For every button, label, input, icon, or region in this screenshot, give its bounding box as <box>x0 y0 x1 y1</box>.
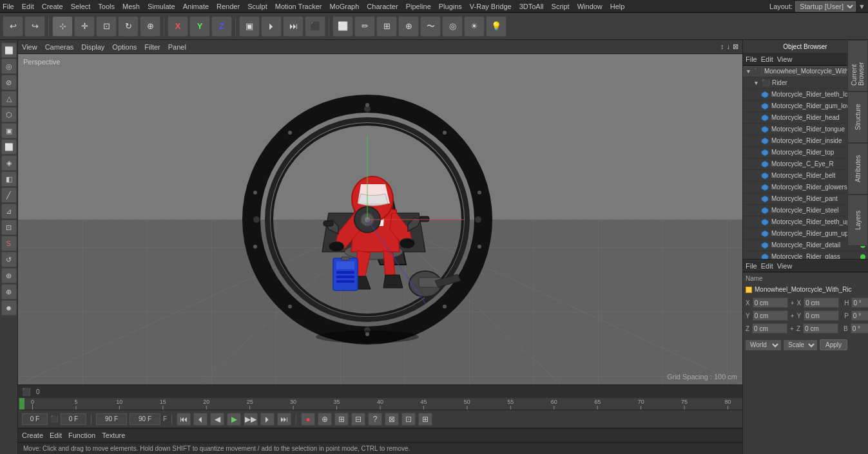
key-pos-btn[interactable]: ⊟ <box>351 413 365 426</box>
render-view-btn[interactable]: ⏵ <box>261 16 282 37</box>
scale-tool-btn[interactable]: ⊡ <box>96 16 117 37</box>
deformer-btn[interactable]: 〜 <box>420 16 441 37</box>
ob-menu-file[interactable]: File <box>746 55 757 63</box>
attr-menu-view[interactable]: View <box>777 262 793 270</box>
frame-input[interactable] <box>22 413 48 425</box>
auto-key-btn[interactable]: ⊕ <box>318 413 332 426</box>
left-tool-5[interactable]: ⬡ <box>1 107 17 122</box>
menu-window[interactable]: Window <box>577 3 603 10</box>
world-select[interactable]: World Object <box>746 340 781 350</box>
attr-menu-edit[interactable]: Edit <box>761 262 773 270</box>
move-tool-btn[interactable]: ✛ <box>74 16 95 37</box>
left-tool-7[interactable]: ⬜ <box>1 139 17 155</box>
left-tool-17[interactable]: ☻ <box>1 300 17 316</box>
render-region-btn[interactable]: ▣ <box>239 16 260 37</box>
camera-btn[interactable]: ◎ <box>442 16 463 37</box>
x-axis-btn[interactable]: X <box>168 16 188 37</box>
key-param-btn[interactable]: ⊡ <box>401 413 416 426</box>
attr-y-input[interactable] <box>753 310 788 321</box>
layout-select[interactable]: Startup [User] <box>795 1 856 12</box>
left-tool-15[interactable]: ⊛ <box>1 268 17 283</box>
menu-3dto-all[interactable]: 3DToAll <box>519 3 544 10</box>
mat-menu-create[interactable]: Create <box>22 431 43 439</box>
key-extra-btn[interactable]: ⊞ <box>418 413 432 426</box>
pen-tool-btn[interactable]: ✏ <box>354 16 375 37</box>
left-tool-8[interactable]: ◈ <box>1 155 17 171</box>
vp-ctrl-3[interactable]: ⊠ <box>733 43 738 51</box>
vp-tab-display[interactable]: Display <box>81 43 104 51</box>
viewport[interactable]: Perspective Grid Spacing : 100 cm <box>18 54 742 384</box>
menu-edit[interactable]: Edit <box>22 3 34 10</box>
menu-animate[interactable]: Animate <box>183 3 209 10</box>
vp-ctrl-2[interactable]: ↓ <box>727 43 731 51</box>
left-tool-9[interactable]: ◧ <box>1 171 17 187</box>
left-tool-6[interactable]: ▣ <box>1 123 17 138</box>
play-back-btn[interactable]: ◀ <box>210 413 224 426</box>
frame-end-input[interactable] <box>96 413 127 425</box>
attr-p-input[interactable] <box>851 310 868 321</box>
menu-file[interactable]: File <box>3 3 14 10</box>
attr-b-input[interactable] <box>851 323 868 334</box>
key-all-btn[interactable]: ⊞ <box>334 413 349 426</box>
nurbs-btn[interactable]: ⊞ <box>376 16 397 37</box>
attr-z-input[interactable] <box>752 323 787 334</box>
left-tool-3[interactable]: ⊘ <box>1 75 17 90</box>
menu-tools[interactable]: Tools <box>98 3 115 10</box>
undo-btn[interactable]: ↩ <box>3 16 23 37</box>
record-btn[interactable]: ● <box>301 413 315 426</box>
tab-current-browser[interactable]: Current Browser <box>847 40 868 91</box>
menu-script[interactable]: Script <box>552 3 570 10</box>
left-tool-4[interactable]: △ <box>1 91 17 106</box>
tab-layers[interactable]: Layers <box>847 194 868 246</box>
render-anim-btn[interactable]: ⏭ <box>283 16 304 37</box>
render-to-po-btn[interactable]: ⬛ <box>305 16 325 37</box>
menu-pipeline[interactable]: Pipeline <box>406 3 431 10</box>
menu-sculpt[interactable]: Sculpt <box>247 3 267 10</box>
left-tool-14[interactable]: ↺ <box>1 252 17 267</box>
menu-vray-bridge[interactable]: V-Ray Bridge <box>470 3 512 10</box>
menu-motion-tracker[interactable]: Motion Tracker <box>275 3 322 10</box>
redo-btn[interactable]: ↪ <box>24 16 45 37</box>
left-tool-13[interactable]: S <box>1 236 17 251</box>
attr-menu-file[interactable]: File <box>746 262 757 270</box>
attr-x-input[interactable] <box>753 298 788 308</box>
tab-attributes[interactable]: Attributes <box>847 143 868 194</box>
add-tool-btn[interactable]: ⊕ <box>140 16 160 37</box>
play-fwd-btn[interactable]: ▶▶ <box>244 413 258 426</box>
y-axis-btn[interactable]: Y <box>189 16 210 37</box>
menu-mograph[interactable]: MoGraph <box>329 3 359 10</box>
material-btn[interactable]: 💡 <box>486 16 506 37</box>
mat-menu-texture[interactable]: Texture <box>102 431 125 439</box>
key-rot-btn[interactable]: ? <box>368 413 382 426</box>
vp-tab-view[interactable]: View <box>22 43 37 51</box>
menu-plugins[interactable]: Plugins <box>439 3 462 10</box>
attr-h-input[interactable] <box>851 298 868 308</box>
step-back-btn[interactable]: ⏴ <box>193 413 207 426</box>
left-tool-2[interactable]: ◎ <box>1 59 17 74</box>
apply-button[interactable]: Apply <box>820 339 847 350</box>
step-fwd-btn[interactable]: ⏵ <box>260 413 275 426</box>
cube-tool-btn[interactable]: ⬜ <box>333 16 353 37</box>
select-tool-btn[interactable]: ⊹ <box>52 16 73 37</box>
menu-character[interactable]: Character <box>367 3 398 10</box>
left-tool-10[interactable]: ╱ <box>1 187 17 203</box>
layout-icon[interactable]: ▼ <box>858 3 865 10</box>
timeline-ruler[interactable]: 0 5 10 15 20 25 30 35 40 <box>18 398 742 410</box>
frame-start-input[interactable] <box>61 413 86 425</box>
menu-help[interactable]: Help <box>610 3 625 10</box>
menu-render[interactable]: Render <box>217 3 240 10</box>
vp-tab-filter[interactable]: Filter <box>144 43 160 51</box>
left-tool-16[interactable]: ⊕ <box>1 284 17 299</box>
attr-z2-input[interactable] <box>803 323 838 334</box>
ob-menu-view[interactable]: View <box>777 55 793 63</box>
ob-menu-edit[interactable]: Edit <box>761 55 773 63</box>
mat-menu-edit[interactable]: Edit <box>50 431 62 439</box>
tab-structure[interactable]: Structure <box>847 91 868 143</box>
key-scale-btn[interactable]: ⊠ <box>385 413 399 426</box>
menu-simulate[interactable]: Simulate <box>148 3 175 10</box>
vp-tab-options[interactable]: Options <box>112 43 137 51</box>
scale-select[interactable]: Scale <box>784 340 817 350</box>
menu-create[interactable]: Create <box>42 3 63 10</box>
vp-tab-panel[interactable]: Panel <box>168 43 186 51</box>
left-tool-1[interactable]: ⬜ <box>1 43 17 58</box>
